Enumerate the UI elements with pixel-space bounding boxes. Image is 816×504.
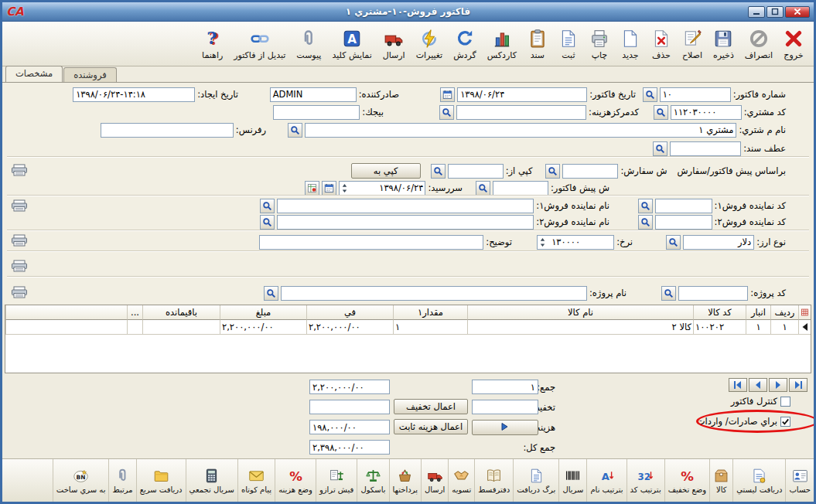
toolbar-voucher-button[interactable]: سند xyxy=(522,23,553,65)
agent2-name-input[interactable] xyxy=(277,215,534,230)
bottombar-list-receive-button[interactable]: دريافت ليستي xyxy=(732,459,785,502)
toolbar-register-button[interactable]: ثبت xyxy=(553,23,584,65)
table-row[interactable]: ۱۱۱۰۰۲۰۲کالا ۲۱۲,۲۰۰,۰۰۰/۰۰۲,۲۰۰,۰۰۰/۰۰ xyxy=(5,320,811,335)
agent2-name-lookup-button[interactable] xyxy=(260,215,275,230)
nav-next-button[interactable] xyxy=(769,378,787,392)
section-print-icon[interactable] xyxy=(10,233,29,247)
project-code-input[interactable] xyxy=(678,286,748,301)
bottombar-receipt-sheet-button[interactable]: برگ دريافت xyxy=(513,459,558,502)
minimize-button[interactable] xyxy=(748,6,765,18)
invoice-no-lookup-button[interactable] xyxy=(643,87,657,102)
reference-input[interactable] xyxy=(101,123,234,138)
toolbar-changes-button[interactable]: تغييرات xyxy=(411,23,449,65)
bijak-input[interactable] xyxy=(273,105,360,120)
agent1-name-lookup-button[interactable] xyxy=(260,199,275,213)
apply-discount-button[interactable]: اعمال تخفيف xyxy=(394,399,468,414)
agent1-name-input[interactable] xyxy=(277,199,534,213)
due-date-calendar-button[interactable] xyxy=(322,181,336,196)
export-import-checkbox[interactable]: براي صادرات/ واردات xyxy=(697,416,790,427)
rate-input[interactable]: ۱۳۰۰۰۰ xyxy=(537,235,614,250)
invoice-date-input[interactable]: ۱۳۹۸/۰۶/۲۴ xyxy=(457,87,587,102)
bottombar-related-button[interactable]: مرتبط xyxy=(108,459,135,502)
bottombar-to-batch-button[interactable]: BNبه سري ساخت xyxy=(53,459,109,502)
section-print-icon[interactable] xyxy=(10,199,29,212)
toolbar-help-button[interactable]: ??راهنما xyxy=(196,23,228,65)
cost-center-lookup-button[interactable] xyxy=(439,105,454,120)
toolbar-kardex-button[interactable]: کاردکس xyxy=(482,23,522,65)
agent1-code-lookup-button[interactable] xyxy=(638,199,653,213)
section-print-icon[interactable] xyxy=(10,259,29,272)
nav-last-button[interactable] xyxy=(789,378,807,392)
bottombar-quick-receive-button[interactable]: دريافت سريع xyxy=(136,459,186,502)
issuer-input[interactable]: ADMIN xyxy=(270,87,357,102)
nav-previous-button[interactable] xyxy=(749,378,767,392)
proforma-no-lookup-button[interactable] xyxy=(476,181,490,196)
customer-name-lookup-button[interactable] xyxy=(288,123,302,138)
toolbar-send-button[interactable]: ارسال xyxy=(377,23,411,65)
order-no-input[interactable] xyxy=(562,164,618,179)
toolbar-convert-from-invoice-button[interactable]: تبديل از فاکتور xyxy=(228,23,291,65)
toolbar-attachment-button[interactable]: پيوست xyxy=(291,23,326,65)
cost-center-input[interactable] xyxy=(456,105,586,120)
due-date-input[interactable]: ۱۳۹۸/۰۶/۲۴ xyxy=(339,181,425,196)
toolbar-show-key-button[interactable]: Aنمايش کليد xyxy=(326,23,377,65)
column-header-7[interactable]: مبلغ xyxy=(220,305,306,320)
column-header-8[interactable]: باقيمانده xyxy=(142,305,220,320)
toolbar-new-button[interactable]: جديد xyxy=(615,23,646,65)
customer-code-input[interactable]: ۱۱۲۰۳۰۰۰۰ xyxy=(671,105,742,120)
tab-specifications[interactable]: مشخصات xyxy=(5,66,63,82)
toolbar-edit-button[interactable]: اصلاح xyxy=(677,23,708,65)
maximize-button[interactable] xyxy=(766,6,784,18)
bottombar-settlement-button[interactable]: تسويه xyxy=(448,459,474,502)
bottombar-serial-button[interactable]: سريال xyxy=(558,459,586,502)
project-name-input[interactable] xyxy=(281,286,587,301)
invoice-date-calendar-button[interactable] xyxy=(440,87,455,102)
column-header-6[interactable]: في xyxy=(306,305,393,320)
column-header-3[interactable]: کد کالا xyxy=(693,305,746,320)
toolbar-save-button[interactable]: ذخيره xyxy=(708,23,739,65)
column-header-4[interactable]: نام کالا xyxy=(467,305,693,320)
copy-from-input[interactable] xyxy=(448,164,504,179)
bottombar-sort-by-code-button[interactable]: 32بترتيب کد xyxy=(627,459,664,502)
column-header-1[interactable]: رديف xyxy=(770,305,798,320)
bottombar-scale-slip-button[interactable]: فيش ترازو xyxy=(316,459,357,502)
toolbar-delete-button[interactable]: حذف xyxy=(646,23,677,65)
nav-first-button[interactable] xyxy=(729,378,747,392)
toolbar-print-button[interactable]: چاپ xyxy=(584,23,615,65)
bottombar-cost-status-button[interactable]: %وضع هزينه xyxy=(275,459,316,502)
apply-fixed-cost-button[interactable]: اعمال هزينه ثابت xyxy=(394,419,468,434)
section-print-icon[interactable] xyxy=(10,163,29,176)
toolbar-exit-button[interactable]: خروج xyxy=(778,23,809,65)
customer-name-input[interactable]: مشتري ۱ xyxy=(305,123,736,138)
doc-ref-lookup-button[interactable] xyxy=(653,141,667,156)
spinner-icon[interactable] xyxy=(341,182,348,194)
invoice-no-input[interactable]: ۱۰ xyxy=(660,87,731,102)
column-header-9[interactable]: ... xyxy=(127,305,142,320)
toolbar-cancel-button[interactable]: انصراف xyxy=(739,23,778,65)
agent1-code-input[interactable] xyxy=(655,199,712,213)
bottombar-sms-button[interactable]: پيام کوتاه xyxy=(237,459,275,502)
proforma-no-input[interactable] xyxy=(493,181,548,196)
toolbar-turnover-button[interactable]: گردش xyxy=(448,23,482,65)
close-button[interactable] xyxy=(785,6,810,18)
created-input[interactable]: ۱۳۹۸/۰۶/۲۴-۱۴:۱۸ xyxy=(73,87,195,102)
currency-input[interactable]: دلار xyxy=(683,235,754,250)
bottombar-account-button[interactable]: حساب xyxy=(785,459,814,502)
control-invoice-checkbox[interactable]: کنترل فاکتور xyxy=(731,396,790,407)
bottombar-goods-button[interactable]: کالا xyxy=(709,459,732,502)
order-no-lookup-button[interactable] xyxy=(545,164,560,179)
bottombar-discount-status-button[interactable]: %وضع تخفيف xyxy=(664,459,710,502)
doc-ref-input[interactable] xyxy=(670,141,741,156)
bottombar-cumulative-serial-button[interactable]: سريال تجمعي xyxy=(186,459,237,502)
project-code-lookup-button[interactable] xyxy=(661,286,676,301)
section-print-icon[interactable] xyxy=(10,285,29,298)
column-header-2[interactable]: انبار xyxy=(746,305,770,320)
bottombar-payments-button[interactable]: پرداختها xyxy=(389,459,421,502)
tab-seller[interactable]: فروشنده xyxy=(63,67,117,83)
currency-lookup-button[interactable] xyxy=(666,235,681,250)
bottombar-weighbridge-button[interactable]: باسکول xyxy=(357,459,388,502)
copy-to-button[interactable]: کپي به xyxy=(351,163,421,179)
agent2-code-input[interactable] xyxy=(655,215,712,230)
column-header-5[interactable]: مقدار۱ xyxy=(393,305,467,320)
bottombar-installment-book-button[interactable]: دفترقسط xyxy=(474,459,513,502)
